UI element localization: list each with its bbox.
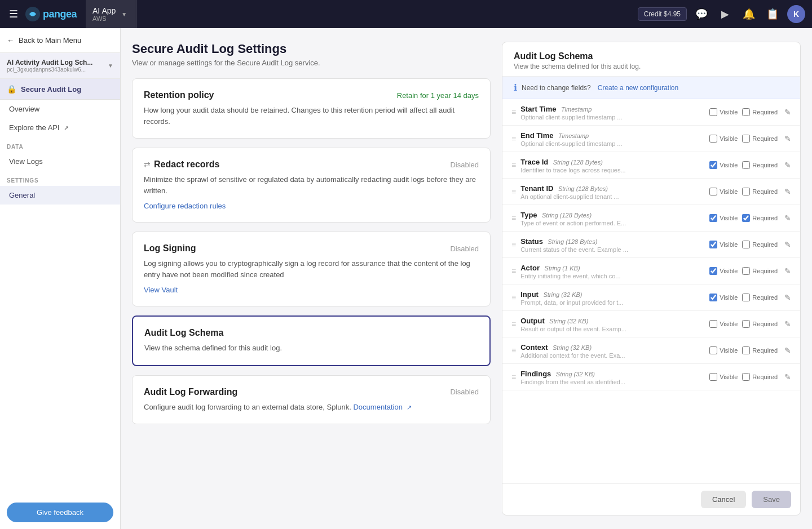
page-subtitle: View or manage settings for the Secure A…: [132, 59, 491, 67]
drag-handle-icon[interactable]: ≡: [511, 108, 516, 117]
credit-badge[interactable]: Credit $4.95: [638, 7, 687, 21]
required-checkbox[interactable]: [742, 320, 750, 328]
required-check-group: Required: [742, 346, 778, 354]
edit-field-button[interactable]: ✎: [784, 346, 791, 355]
drag-handle-icon[interactable]: ≡: [511, 214, 516, 223]
required-checkbox[interactable]: [742, 214, 750, 222]
schema-field-info: Trace Id String (128 Bytes) Identifier t…: [520, 157, 705, 174]
drag-handle-icon[interactable]: ≡: [511, 240, 516, 249]
required-checkbox[interactable]: [742, 294, 750, 301]
required-checkbox[interactable]: [742, 108, 750, 116]
retention-desc: How long your audit data should be retai…: [144, 105, 479, 127]
cancel-button[interactable]: Cancel: [701, 491, 746, 508]
info-text: Need to change fields?: [522, 84, 591, 92]
edit-field-button[interactable]: ✎: [784, 214, 791, 223]
drag-handle-icon[interactable]: ≡: [511, 293, 516, 302]
give-feedback-button[interactable]: Give feedback: [7, 503, 113, 522]
log-signing-card: Log Signing Disabled Log signing allows …: [132, 232, 491, 306]
forwarding-status: Disabled: [450, 388, 479, 396]
visible-check-group: Visible: [709, 267, 738, 275]
edit-field-button[interactable]: ✎: [784, 240, 791, 249]
service-selector[interactable]: AI Activity Audit Log Sch... pci_3gxuqda…: [0, 53, 120, 79]
required-checkbox[interactable]: [742, 373, 750, 381]
sidebar-item-overview[interactable]: Overview: [0, 100, 120, 118]
edit-field-button[interactable]: ✎: [784, 187, 791, 196]
drag-handle-icon[interactable]: ≡: [511, 134, 516, 143]
required-label: Required: [752, 268, 778, 274]
edit-field-button[interactable]: ✎: [784, 134, 791, 143]
schema-row: ≡ Type String (128 Bytes) Type of event …: [502, 205, 800, 232]
service-name: AI Activity Audit Log Sch...: [7, 59, 103, 66]
sidebar-item-general[interactable]: General: [0, 186, 120, 205]
required-checkbox[interactable]: [742, 267, 750, 275]
visible-checkbox[interactable]: [709, 320, 717, 328]
schema-field-info: Findings String (32 KB) Findings from th…: [520, 368, 705, 385]
redact-icon: ⇄: [144, 160, 151, 169]
visible-label: Visible: [720, 294, 738, 301]
visible-checkbox[interactable]: [709, 214, 717, 222]
schema-row: ≡ Start Time Timestamp Optional client-s…: [502, 99, 800, 126]
drag-handle-icon[interactable]: ≡: [511, 346, 516, 355]
documentation-link[interactable]: Documentation ↗: [353, 403, 411, 411]
edit-field-button[interactable]: ✎: [784, 161, 791, 170]
required-check-group: Required: [742, 135, 778, 143]
chat-icon[interactable]: 💬: [692, 5, 710, 23]
main-layout: ← Back to Main Menu AI Activity Audit Lo…: [0, 28, 812, 529]
visible-checkbox[interactable]: [709, 188, 717, 195]
schema-field-desc: Optional client-supplied timestamp ...: [520, 114, 705, 121]
required-label: Required: [752, 294, 778, 301]
sidebar-item-view-logs[interactable]: View Logs: [0, 152, 120, 171]
required-checkbox[interactable]: [742, 188, 750, 195]
logo[interactable]: pangea: [25, 6, 77, 22]
schema-field-info: End Time Timestamp Optional client-suppl…: [520, 130, 705, 147]
avatar[interactable]: K: [787, 5, 805, 23]
back-to-main-menu[interactable]: ← Back to Main Menu: [0, 28, 120, 53]
required-check-group: Required: [742, 294, 778, 301]
drag-handle-icon[interactable]: ≡: [511, 161, 516, 170]
visible-checkbox[interactable]: [709, 373, 717, 381]
visible-checkbox[interactable]: [709, 346, 717, 354]
youtube-icon[interactable]: ▶: [716, 5, 734, 23]
right-panel-subtitle: View the schema defined for this audit l…: [514, 63, 789, 70]
visible-checkbox[interactable]: [709, 135, 717, 143]
drag-handle-icon[interactable]: ≡: [511, 266, 516, 275]
sidebar-item-explore-api[interactable]: Explore the API ↗: [0, 118, 120, 137]
edit-field-button[interactable]: ✎: [784, 108, 791, 117]
topnav-right: Credit $4.95 💬 ▶ 🔔 📋 K: [638, 5, 805, 23]
bell-icon[interactable]: 🔔: [740, 5, 758, 23]
required-checkbox[interactable]: [742, 241, 750, 248]
configure-redaction-link[interactable]: Configure redaction rules: [144, 202, 226, 210]
menu-icon[interactable]: ☰: [7, 6, 20, 23]
required-checkbox[interactable]: [742, 161, 750, 169]
schema-field-desc: An optional client-supplied tenant ...: [520, 193, 705, 200]
view-vault-link[interactable]: View Vault: [144, 286, 178, 294]
edit-field-button[interactable]: ✎: [784, 372, 791, 381]
visible-check-group: Visible: [709, 188, 738, 195]
visible-checkbox[interactable]: [709, 267, 717, 275]
sidebar-secure-audit-log[interactable]: 🔒 Secure Audit Log: [0, 79, 120, 100]
drag-handle-icon[interactable]: ≡: [511, 187, 516, 196]
required-label: Required: [752, 241, 778, 248]
schema-field-type: String (128 Bytes): [548, 238, 597, 245]
save-button[interactable]: Save: [752, 491, 791, 508]
document-icon[interactable]: 📋: [764, 5, 782, 23]
drag-handle-icon[interactable]: ≡: [511, 372, 516, 381]
required-checkbox[interactable]: [742, 135, 750, 143]
visible-checkbox[interactable]: [709, 241, 717, 248]
visible-checkbox[interactable]: [709, 108, 717, 116]
edit-field-button[interactable]: ✎: [784, 266, 791, 275]
edit-field-button[interactable]: ✎: [784, 293, 791, 302]
required-label: Required: [752, 215, 778, 221]
create-config-link[interactable]: Create a new configuration: [598, 84, 678, 92]
visible-checkbox[interactable]: [709, 161, 717, 169]
app-selector[interactable]: AI App AWS ▼: [86, 0, 136, 28]
required-checkbox[interactable]: [742, 346, 750, 354]
visible-checkbox[interactable]: [709, 294, 717, 301]
schema-field-name: Context: [520, 343, 548, 352]
edit-field-button[interactable]: ✎: [784, 319, 791, 328]
visible-label: Visible: [720, 321, 738, 327]
drag-handle-icon[interactable]: ≡: [511, 319, 516, 328]
audit-log-schema-card[interactable]: Audit Log Schema View the schema defined…: [132, 315, 491, 366]
schema-field-type: String (32 KB): [543, 291, 582, 298]
external-link-icon: ↗: [407, 404, 412, 411]
